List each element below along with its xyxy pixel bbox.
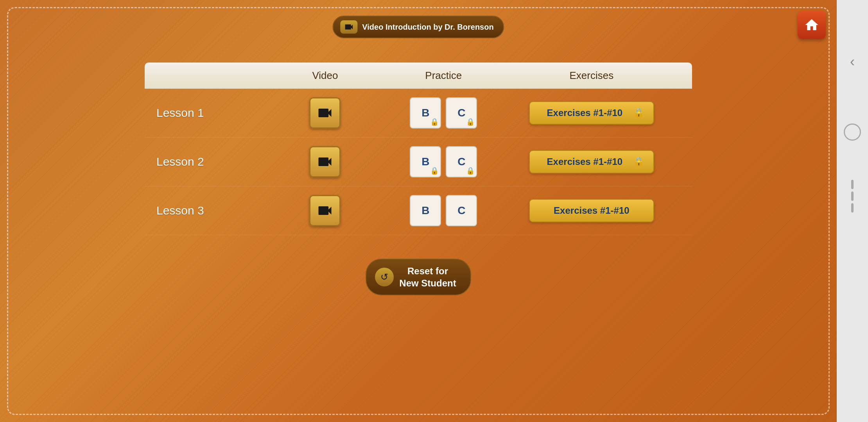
video-intro-label: Video Introduction by Dr. Borenson — [362, 22, 493, 32]
practice-c-label: C — [457, 204, 465, 217]
home-icon — [804, 17, 820, 33]
lesson-3-practice-cell: B C — [384, 195, 503, 226]
camera-icon — [340, 20, 357, 34]
sidebar-lines-icon — [851, 180, 854, 213]
table-row: Lesson 2 B 🔒 — [145, 138, 692, 186]
lesson-2-exercise-button[interactable]: Exercises #1-#10 🔒 — [529, 150, 654, 173]
lock-icon: 🔒 — [466, 166, 475, 175]
practice-b-label: B — [421, 156, 429, 168]
lesson-3-exercise-button[interactable]: Exercises #1-#10 — [529, 199, 654, 222]
lock-icon: 🔒 — [430, 166, 439, 175]
circle-button[interactable] — [844, 123, 861, 141]
exercise-3-label: Exercises #1-#10 — [539, 205, 644, 216]
header-practice: Practice — [384, 70, 503, 82]
lesson-3-video-button[interactable] — [309, 195, 341, 226]
exercise-1-label: Exercises #1-#10 — [539, 107, 630, 118]
lesson-2-video-cell — [266, 146, 384, 177]
lesson-table: Video Practice Exercises Lesson 1 — [145, 63, 692, 235]
practice-c-label: C — [457, 107, 465, 119]
lesson-rows: Lesson 1 B 🔒 — [145, 89, 692, 235]
lesson-2-exercise-cell: Exercises #1-#10 🔒 — [503, 150, 680, 173]
lesson-2-label: Lesson 2 — [156, 155, 266, 168]
table-header: Video Practice Exercises — [145, 63, 692, 89]
practice-b-label: B — [421, 204, 429, 217]
lesson-1-practice-c-button[interactable]: C 🔒 — [446, 97, 477, 129]
back-chevron-icon[interactable]: ‹ — [850, 55, 855, 69]
lesson-1-video-button[interactable] — [309, 97, 341, 129]
reset-icon: ↺ — [375, 268, 394, 286]
header-empty — [156, 70, 266, 82]
lesson-2-practice-cell: B 🔒 C 🔒 — [384, 146, 503, 177]
reset-new-student-button[interactable]: ↺ Reset for New Student — [366, 259, 471, 295]
lesson-3-label: Lesson 3 — [156, 204, 266, 217]
header-exercises: Exercises — [503, 70, 680, 82]
table-row: Lesson 1 B 🔒 — [145, 89, 692, 138]
sidebar-line — [851, 180, 854, 189]
lesson-1-label: Lesson 1 — [156, 106, 266, 120]
lesson-1-practice-b-button[interactable]: B 🔒 — [410, 97, 441, 129]
exercise-2-label: Exercises #1-#10 — [539, 156, 630, 167]
content-area: Video Practice Exercises Lesson 1 — [12, 63, 825, 410]
sidebar-line — [851, 191, 854, 201]
lesson-3-exercise-cell: Exercises #1-#10 — [503, 199, 680, 222]
camera-icon — [316, 104, 334, 122]
lesson-2-practice-c-button[interactable]: C 🔒 — [446, 146, 477, 177]
lesson-1-video-cell — [266, 97, 384, 129]
table-row: Lesson 3 B C — [145, 186, 692, 235]
video-intro-button[interactable]: Video Introduction by Dr. Borenson — [332, 16, 504, 38]
lesson-1-exercise-button[interactable]: Exercises #1-#10 🔒 — [529, 101, 654, 125]
reset-button-label: Reset for New Student — [399, 265, 456, 289]
camera-icon — [316, 202, 334, 219]
lock-icon: 🔒 — [633, 108, 644, 118]
practice-b-label: B — [421, 107, 429, 119]
lesson-3-practice-c-button[interactable]: C — [446, 195, 477, 226]
camera-icon — [316, 153, 334, 170]
lesson-3-video-cell — [266, 195, 384, 226]
lock-icon: 🔒 — [633, 157, 644, 167]
sidebar-line — [851, 203, 854, 213]
lesson-2-video-button[interactable] — [309, 146, 341, 177]
header-video: Video — [266, 70, 384, 82]
main-content: Video Introduction by Dr. Borenson Video… — [0, 0, 837, 422]
lesson-3-practice-b-button[interactable]: B — [410, 195, 441, 226]
practice-c-label: C — [457, 156, 465, 168]
lesson-1-practice-cell: B 🔒 C 🔒 — [384, 97, 503, 129]
home-button[interactable] — [798, 11, 826, 39]
lesson-2-practice-b-button[interactable]: B 🔒 — [410, 146, 441, 177]
lesson-1-exercise-cell: Exercises #1-#10 🔒 — [503, 101, 680, 125]
lock-icon: 🔒 — [430, 118, 439, 126]
right-sidebar: ‹ — [837, 0, 868, 422]
lock-icon: 🔒 — [466, 118, 475, 126]
